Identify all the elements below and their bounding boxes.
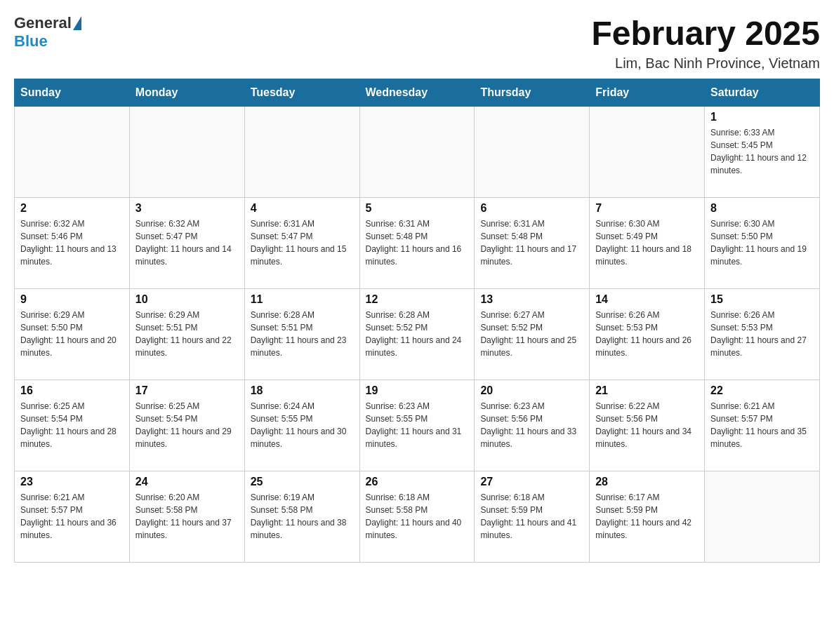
day-number: 4 xyxy=(251,202,354,215)
calendar-cell xyxy=(359,107,475,198)
calendar-cell: 11Sunrise: 6:28 AMSunset: 5:51 PMDayligh… xyxy=(244,289,359,380)
day-number: 12 xyxy=(366,293,469,306)
calendar-cell: 1Sunrise: 6:33 AMSunset: 5:45 PMDaylight… xyxy=(705,107,820,198)
day-info: Sunrise: 6:27 AMSunset: 5:52 PMDaylight:… xyxy=(480,309,583,359)
day-header-thursday: Thursday xyxy=(475,79,590,107)
week-row-4: 23Sunrise: 6:21 AMSunset: 5:57 PMDayligh… xyxy=(15,471,820,563)
day-number: 14 xyxy=(595,293,699,306)
calendar-cell xyxy=(475,107,590,198)
calendar-cell: 13Sunrise: 6:27 AMSunset: 5:52 PMDayligh… xyxy=(475,289,590,380)
calendar-cell: 21Sunrise: 6:22 AMSunset: 5:56 PMDayligh… xyxy=(590,380,705,471)
day-header-wednesday: Wednesday xyxy=(359,79,475,107)
day-number: 18 xyxy=(251,384,354,397)
day-info: Sunrise: 6:29 AMSunset: 5:50 PMDaylight:… xyxy=(20,309,124,359)
logo-triangle-icon xyxy=(73,16,81,30)
day-number: 7 xyxy=(595,202,699,215)
day-number: 28 xyxy=(595,476,699,488)
day-info: Sunrise: 6:18 AMSunset: 5:58 PMDaylight:… xyxy=(366,491,469,542)
day-info: Sunrise: 6:28 AMSunset: 5:52 PMDaylight:… xyxy=(366,309,469,359)
week-row-3: 16Sunrise: 6:25 AMSunset: 5:54 PMDayligh… xyxy=(15,380,820,471)
day-number: 24 xyxy=(135,476,239,488)
day-info: Sunrise: 6:22 AMSunset: 5:56 PMDaylight:… xyxy=(595,400,699,450)
day-info: Sunrise: 6:20 AMSunset: 5:58 PMDaylight:… xyxy=(135,491,239,542)
day-info: Sunrise: 6:24 AMSunset: 5:55 PMDaylight:… xyxy=(251,400,354,450)
day-number: 10 xyxy=(135,293,239,306)
calendar-cell: 2Sunrise: 6:32 AMSunset: 5:46 PMDaylight… xyxy=(15,198,130,289)
calendar-cell: 20Sunrise: 6:23 AMSunset: 5:56 PMDayligh… xyxy=(475,380,590,471)
day-info: Sunrise: 6:30 AMSunset: 5:50 PMDaylight:… xyxy=(710,217,814,268)
calendar-cell xyxy=(705,471,820,563)
location-text: Lim, Bac Ninh Province, Vietnam xyxy=(591,55,820,72)
week-row-1: 2Sunrise: 6:32 AMSunset: 5:46 PMDaylight… xyxy=(15,198,820,289)
calendar-cell: 27Sunrise: 6:18 AMSunset: 5:59 PMDayligh… xyxy=(475,471,590,563)
day-header-sunday: Sunday xyxy=(15,79,130,107)
calendar-table: SundayMondayTuesdayWednesdayThursdayFrid… xyxy=(14,79,820,563)
calendar-cell: 24Sunrise: 6:20 AMSunset: 5:58 PMDayligh… xyxy=(129,471,244,563)
calendar-title: February 2025 xyxy=(591,14,820,53)
day-number: 20 xyxy=(480,384,583,397)
day-number: 22 xyxy=(710,384,814,397)
day-info: Sunrise: 6:21 AMSunset: 5:57 PMDaylight:… xyxy=(20,491,124,542)
calendar-cell: 15Sunrise: 6:26 AMSunset: 5:53 PMDayligh… xyxy=(705,289,820,380)
calendar-cell: 10Sunrise: 6:29 AMSunset: 5:51 PMDayligh… xyxy=(129,289,244,380)
logo-general-text: General xyxy=(14,14,72,32)
day-info: Sunrise: 6:29 AMSunset: 5:51 PMDaylight:… xyxy=(135,309,239,359)
calendar-cell: 5Sunrise: 6:31 AMSunset: 5:48 PMDaylight… xyxy=(359,198,475,289)
calendar-cell: 19Sunrise: 6:23 AMSunset: 5:55 PMDayligh… xyxy=(359,380,475,471)
calendar-cell xyxy=(129,107,244,198)
calendar-cell: 8Sunrise: 6:30 AMSunset: 5:50 PMDaylight… xyxy=(705,198,820,289)
day-header-saturday: Saturday xyxy=(705,79,820,107)
day-info: Sunrise: 6:33 AMSunset: 5:45 PMDaylight:… xyxy=(710,126,814,177)
day-info: Sunrise: 6:19 AMSunset: 5:58 PMDaylight:… xyxy=(251,491,354,542)
day-number: 19 xyxy=(366,384,469,397)
calendar-cell: 12Sunrise: 6:28 AMSunset: 5:52 PMDayligh… xyxy=(359,289,475,380)
day-number: 2 xyxy=(20,202,124,215)
calendar-cell: 17Sunrise: 6:25 AMSunset: 5:54 PMDayligh… xyxy=(129,380,244,471)
day-info: Sunrise: 6:31 AMSunset: 5:47 PMDaylight:… xyxy=(251,217,354,268)
day-info: Sunrise: 6:30 AMSunset: 5:49 PMDaylight:… xyxy=(595,217,699,268)
day-number: 3 xyxy=(135,202,239,215)
calendar-cell: 7Sunrise: 6:30 AMSunset: 5:49 PMDaylight… xyxy=(590,198,705,289)
calendar-header: SundayMondayTuesdayWednesdayThursdayFrid… xyxy=(15,79,820,107)
day-number: 11 xyxy=(251,293,354,306)
day-info: Sunrise: 6:26 AMSunset: 5:53 PMDaylight:… xyxy=(710,309,814,359)
calendar-cell: 14Sunrise: 6:26 AMSunset: 5:53 PMDayligh… xyxy=(590,289,705,380)
day-info: Sunrise: 6:25 AMSunset: 5:54 PMDaylight:… xyxy=(20,400,124,450)
day-info: Sunrise: 6:32 AMSunset: 5:47 PMDaylight:… xyxy=(135,217,239,268)
calendar-cell xyxy=(244,107,359,198)
calendar-cell: 28Sunrise: 6:17 AMSunset: 5:59 PMDayligh… xyxy=(590,471,705,563)
day-number: 25 xyxy=(251,476,354,488)
page-header: General Blue February 2025 Lim, Bac Ninh… xyxy=(14,14,820,72)
day-number: 21 xyxy=(595,384,699,397)
day-header-row: SundayMondayTuesdayWednesdayThursdayFrid… xyxy=(15,79,820,107)
day-number: 1 xyxy=(710,111,814,123)
calendar-cell: 25Sunrise: 6:19 AMSunset: 5:58 PMDayligh… xyxy=(244,471,359,563)
day-info: Sunrise: 6:17 AMSunset: 5:59 PMDaylight:… xyxy=(595,491,699,542)
calendar-cell xyxy=(15,107,130,198)
calendar-cell: 16Sunrise: 6:25 AMSunset: 5:54 PMDayligh… xyxy=(15,380,130,471)
day-info: Sunrise: 6:32 AMSunset: 5:46 PMDaylight:… xyxy=(20,217,124,268)
week-row-0: 1Sunrise: 6:33 AMSunset: 5:45 PMDaylight… xyxy=(15,107,820,198)
calendar-cell: 4Sunrise: 6:31 AMSunset: 5:47 PMDaylight… xyxy=(244,198,359,289)
day-header-tuesday: Tuesday xyxy=(244,79,359,107)
day-number: 8 xyxy=(710,202,814,215)
calendar-cell: 3Sunrise: 6:32 AMSunset: 5:47 PMDaylight… xyxy=(129,198,244,289)
calendar-body: 1Sunrise: 6:33 AMSunset: 5:45 PMDaylight… xyxy=(15,107,820,563)
day-info: Sunrise: 6:21 AMSunset: 5:57 PMDaylight:… xyxy=(710,400,814,450)
day-number: 5 xyxy=(366,202,469,215)
day-info: Sunrise: 6:23 AMSunset: 5:55 PMDaylight:… xyxy=(366,400,469,450)
day-number: 23 xyxy=(20,476,124,488)
calendar-cell xyxy=(590,107,705,198)
week-row-2: 9Sunrise: 6:29 AMSunset: 5:50 PMDaylight… xyxy=(15,289,820,380)
day-header-monday: Monday xyxy=(129,79,244,107)
day-number: 27 xyxy=(480,476,583,488)
logo-blue-text: Blue xyxy=(14,32,48,50)
calendar-cell: 26Sunrise: 6:18 AMSunset: 5:58 PMDayligh… xyxy=(359,471,475,563)
calendar-cell: 6Sunrise: 6:31 AMSunset: 5:48 PMDaylight… xyxy=(475,198,590,289)
day-number: 17 xyxy=(135,384,239,397)
day-number: 13 xyxy=(480,293,583,306)
day-number: 16 xyxy=(20,384,124,397)
day-info: Sunrise: 6:25 AMSunset: 5:54 PMDaylight:… xyxy=(135,400,239,450)
day-info: Sunrise: 6:31 AMSunset: 5:48 PMDaylight:… xyxy=(366,217,469,268)
calendar-cell: 18Sunrise: 6:24 AMSunset: 5:55 PMDayligh… xyxy=(244,380,359,471)
